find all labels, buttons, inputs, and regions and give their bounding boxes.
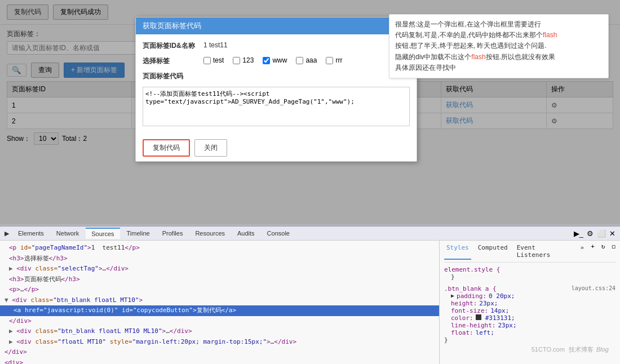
devtools-arrow: ▶ xyxy=(5,230,9,237)
code-line: <p id="pageTagNameId">1 test11</p> xyxy=(0,243,439,254)
tab-resources[interactable]: Resources xyxy=(189,228,231,238)
code-line: </div> xyxy=(0,316,439,327)
tab-console[interactable]: Console xyxy=(262,228,295,238)
watermark: 51CTO.com 技术博客 Blog xyxy=(532,345,609,354)
checkbox-123-input[interactable] xyxy=(233,57,240,64)
modal-header: 获取页面标签代码 ✕ xyxy=(136,17,417,34)
styles-element-style: element.style { } xyxy=(444,266,615,281)
checkbox-group: test 123 www aaa rrr xyxy=(203,56,342,64)
styles-add-icon[interactable]: + xyxy=(591,243,595,260)
code-line: <h3>选择标签</h3> xyxy=(0,254,439,264)
styles-toggle-icon[interactable]: ◻ xyxy=(612,243,615,260)
styles-refresh-icon[interactable]: ↻ xyxy=(601,243,605,260)
code-line: ▶ <div class="btn_blank floatL MT10 ML10… xyxy=(0,326,439,337)
modal-close-button[interactable]: 关闭 xyxy=(194,139,227,157)
modal-body: 页面标签ID&名称 1 test11 选择标签 test 123 www xyxy=(136,34,417,135)
code-line: ▼ <div class="btn_blank floatL MT10"> xyxy=(0,295,439,306)
watermark-blog-label: 技术博客 xyxy=(569,346,594,353)
tab-audits[interactable]: Audits xyxy=(232,228,260,238)
styles-tab-styles[interactable]: Styles xyxy=(444,243,471,260)
tab-sources[interactable]: Sources xyxy=(86,228,119,239)
modal-id-name-row: 页面标签ID&名称 1 test11 xyxy=(143,41,410,51)
modal-title: 获取页面标签代码 xyxy=(143,21,201,31)
modal-copy-button[interactable]: 复制代码 xyxy=(143,139,190,157)
checkbox-www-input[interactable] xyxy=(263,57,270,64)
rule-close: } xyxy=(444,336,615,344)
element-style-close: } xyxy=(444,273,615,281)
tab-timeline[interactable]: Timeline xyxy=(121,228,156,238)
devtools-toolbar: ▶ Elements Network Sources Timeline Prof… xyxy=(0,227,620,241)
checkbox-test[interactable]: test xyxy=(203,56,224,64)
select-tag-label: 选择标签 xyxy=(143,56,199,66)
close-devtools-icon[interactable]: ✕ xyxy=(609,229,615,238)
checkbox-aaa-input[interactable] xyxy=(296,57,303,64)
undock-icon[interactable]: ⬜ xyxy=(597,229,606,238)
styles-prop-color: color: #313131; xyxy=(444,314,615,322)
tab-profiles[interactable]: Profiles xyxy=(157,228,189,238)
checkbox-rrr[interactable]: rrr xyxy=(326,56,342,64)
styles-source: layout.css:24 xyxy=(572,285,615,291)
code-line-highlighted: <a href="javascript:void(0)" id="copycod… xyxy=(0,305,439,316)
id-name-label: 页面标签ID&名称 xyxy=(143,41,199,51)
devtools-icons: ▶_ ⚙ ⬜ ✕ xyxy=(574,229,615,238)
styles-prop-line-height: line-height: 23px; xyxy=(444,322,615,329)
checkbox-aaa[interactable]: aaa xyxy=(296,56,317,64)
modal-code-label-row: 页面标签代码 xyxy=(143,72,410,81)
devtools-panel: ▶ Elements Network Sources Timeline Prof… xyxy=(0,225,620,364)
styles-prop-height: height: 23px; xyxy=(444,300,615,307)
checkbox-www[interactable]: www xyxy=(263,56,287,64)
code-line: ▶ <div class="selectTag">…</div> xyxy=(0,264,439,274)
code-line: </div> xyxy=(0,347,439,358)
code-line: <p>…</p> xyxy=(0,285,439,295)
code-line: <div> xyxy=(0,358,439,365)
styles-btn-blank-rule: .btn_blank a { layout.css:24 ▶ padding: … xyxy=(444,285,615,344)
styles-prop-padding: ▶ padding: 0 20px; xyxy=(444,292,615,300)
styles-tab-computed[interactable]: Computed xyxy=(476,243,510,260)
checkbox-123[interactable]: 123 xyxy=(233,56,254,64)
styles-header: Styles Computed Event Listeners » + ↻ ◻ xyxy=(444,243,615,263)
element-style-selector: element.style { xyxy=(444,266,615,273)
checkbox-test-input[interactable] xyxy=(203,57,211,64)
styles-prop-font-size: font-size: 14px; xyxy=(444,307,615,314)
id-name-value: 1 test11 xyxy=(203,41,228,49)
watermark-blog: Blog xyxy=(596,346,609,353)
code-line: ▶ <div class="floatL MT10" style="margin… xyxy=(0,337,439,348)
tab-elements[interactable]: Elements xyxy=(12,228,50,238)
annotation-bubble: 很显然:这是一个弹出框,在这个弹出框里需要进行 代码复制,可是,不幸的是,代码中… xyxy=(389,14,609,78)
annotation-text: 很显然:这是一个弹出框,在这个弹出框里需要进行 代码复制,可是,不幸的是,代码中… xyxy=(395,20,557,72)
code-label: 页面标签代码 xyxy=(143,72,199,81)
terminal-icon[interactable]: ▶_ xyxy=(574,229,583,238)
modal-select-tag-row: 选择标签 test 123 www aaa rrr xyxy=(143,56,410,66)
checkbox-rrr-input[interactable] xyxy=(326,57,333,64)
modal-footer: 复制代码 关闭 xyxy=(136,135,417,161)
styles-tab-more[interactable]: » xyxy=(578,243,587,260)
devtools-html-panel[interactable]: <p id="pageTagNameId">1 test11</p> <h3>选… xyxy=(0,241,440,364)
devtools-content: <p id="pageTagNameId">1 test11</p> <h3>选… xyxy=(0,241,620,364)
styles-prop-float: float: left; xyxy=(444,329,615,336)
tab-network[interactable]: Network xyxy=(51,228,85,238)
styles-tab-event[interactable]: Event Listeners xyxy=(515,243,574,260)
code-textarea[interactable]: <!--添加页面标签test11代码--><script type="text/… xyxy=(143,87,410,126)
code-line: <h3>页面标签代码</h3> xyxy=(0,274,439,285)
modal-dialog: 获取页面标签代码 ✕ 页面标签ID&名称 1 test11 选择标签 test … xyxy=(135,17,417,162)
btn-blank-selector-line: .btn_blank a { layout.css:24 xyxy=(444,285,615,292)
watermark-site: 51CTO.com xyxy=(532,346,565,353)
settings-icon[interactable]: ⚙ xyxy=(587,229,594,238)
